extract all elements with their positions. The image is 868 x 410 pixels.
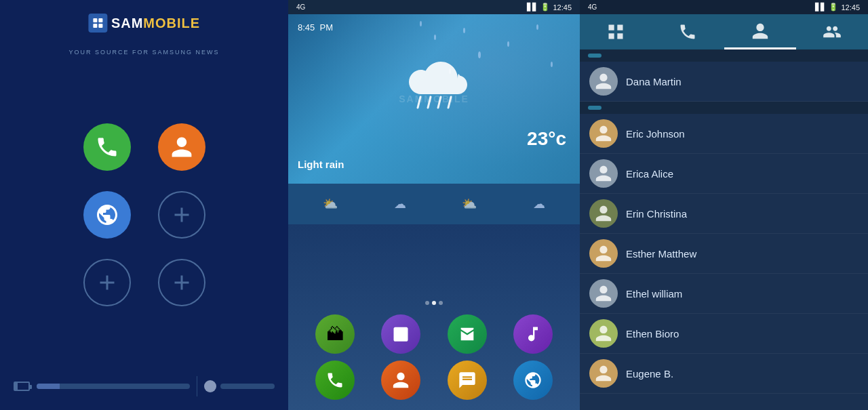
forecast-icon-2: ☁ [394,197,406,211]
contact-name-ethel: Ethel william [626,288,682,300]
weather-forecast: ⛅ ☁ ⛅ ☁ [288,184,580,224]
slider-track [220,384,275,389]
tab-recents[interactable] [652,14,724,49]
sammobile-tagline: YOUR SOURCE FOR SAMSUNG NEWS [68,49,219,56]
section-header-d [580,49,868,62]
section-dot-e [588,106,601,110]
contact-item-esther[interactable]: Esther Matthew [580,234,868,274]
battery-bar [37,384,190,389]
contact-name-dana: Dana Martin [626,76,682,87]
svg-rect-0 [93,18,97,22]
messages-dock-app[interactable] [448,361,487,400]
forecast-icon-4: ☁ [533,197,545,211]
contact-item-ethen[interactable]: Ethen Bioro [580,314,868,354]
contact-item-dana[interactable]: Dana Martin [580,62,868,102]
avatar-ethen [589,319,618,348]
logo-icon [88,14,107,33]
section-dot-d [588,54,601,58]
globe-icon-button[interactable] [83,191,131,239]
forecast-icon-3: ⛅ [462,197,477,211]
battery-status: 🔋 [540,3,550,12]
weather-time-period: PM [320,22,334,33]
contact-name-eugene: Eugene B. [626,368,673,380]
dot-3 [439,301,443,305]
contacts-list: Dana Martin Eric Johnson Erica Alice Eri… [580,49,868,410]
weather-widget: 8:45 PM SAMMOBILE 23°c Light rain [288,14,580,184]
contacts-tab-bar [580,14,868,49]
battery-icon [14,382,30,391]
dot-2-active [432,301,436,305]
gallery-app[interactable]: 🏔 [315,314,355,354]
tab-contacts-active[interactable] [724,14,796,49]
forecast-item-1: ⛅ [323,197,338,211]
contact-item-erica[interactable]: Erica Alice [580,154,868,194]
svg-rect-1 [98,18,102,22]
logo-mobile: MOBILE [143,16,200,30]
contact-item-eric[interactable]: Eric Johnson [580,114,868,154]
avatar-erin [589,199,618,228]
divider [197,376,197,396]
apps-row-1: 🏔 [302,314,566,354]
contacts-battery: 🔋 [829,3,838,12]
svg-rect-2 [93,24,97,28]
add-button-2[interactable] [83,259,131,306]
phone-icon-button[interactable] [83,123,131,171]
weather-time: 8:45 PM [298,21,333,42]
contact-item-erin[interactable]: Erin Christina [580,194,868,234]
add-button-3[interactable] [158,259,205,306]
home-apps: 🏔 [288,224,580,410]
weather-temperature: 23°c [527,128,566,150]
panel-home: 4G ▋▋ 🔋 12:45 8:45 PM [288,0,580,410]
carrier-info: 4G [296,3,305,11]
apps-row-2 [302,361,566,400]
avatar-eugene [589,359,618,388]
dot-1 [425,301,429,305]
tab-grid[interactable] [580,14,652,49]
contacts-dock-app[interactable] [381,361,420,400]
svg-rect-3 [98,24,102,28]
avatar-ethel [589,279,618,308]
signal-icon: ▋▋ [527,3,538,12]
slider-handle[interactable] [204,380,216,392]
avatar-esther [589,239,618,268]
battery-fill [15,383,18,390]
contact-name-eric: Eric Johnson [626,128,685,140]
volume-slider[interactable] [204,380,275,392]
contacts-carrier: 4G [588,3,597,11]
web-dock-app[interactable] [513,361,553,400]
music-app[interactable] [513,314,553,354]
logo-sam: SAM [111,16,143,30]
contacts-clock: 12:45 [841,3,860,12]
contacts-signal: ▋▋ [815,3,826,12]
sammobile-logo: SAMMOBILE [88,14,200,33]
contact-name-erin: Erin Christina [626,208,687,220]
weather-description: Light rain [298,159,344,170]
panel-contacts: 4G ▋▋ 🔋 12:45 [580,0,868,410]
avatar-eric [589,119,618,148]
pagination-dots [302,301,566,305]
contact-item-ethel[interactable]: Ethel william [580,274,868,314]
store-app[interactable] [448,314,487,354]
camera-app[interactable] [381,314,420,354]
contacts-status-bar: 4G ▋▋ 🔋 12:45 [580,0,868,14]
phone-dock-app[interactable] [315,361,355,400]
forecast-item-4: ☁ [533,197,545,211]
avatar-erica [589,159,618,188]
forecast-item-2: ☁ [394,197,406,211]
contact-item-eugene[interactable]: Eugene B. [580,354,868,394]
clock-home: 12:45 [553,3,572,12]
section-header-e [580,102,868,114]
status-right-home: ▋▋ 🔋 12:45 [527,3,572,12]
battery-row [14,376,275,396]
add-button-1[interactable] [158,191,205,239]
forecast-icon-1: ⛅ [323,197,338,211]
avatar-dana [589,67,618,96]
status-bar-home: 4G ▋▋ 🔋 12:45 [288,0,580,14]
contacts-status-right: ▋▋ 🔋 12:45 [815,3,860,12]
contacts-icon-button[interactable] [158,123,205,171]
panel-phone: SAMMOBILE YOUR SOURCE FOR SAMSUNG NEWS [0,0,288,410]
phone-icons-grid [83,123,205,306]
tab-favorites[interactable] [796,14,868,49]
contact-name-erica: Erica Alice [626,168,673,180]
watermark-home: SAMMOBILE [399,94,469,104]
